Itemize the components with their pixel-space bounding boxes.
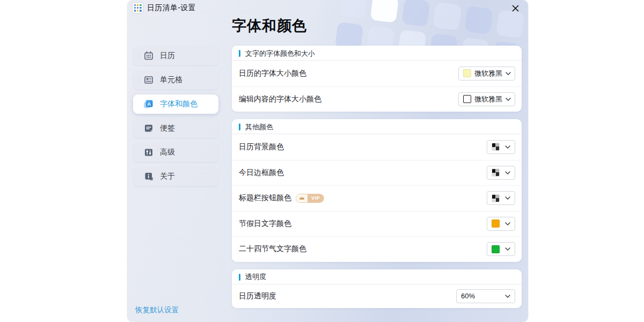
calendar-opacity-select[interactable]: 60% — [456, 289, 515, 303]
sidebar-item-font-and-color[interactable]: A 字体和颜色 — [133, 94, 218, 114]
section-text-font-color-size: 文字的字体颜色和大小 日历的字体大小颜色 微软雅黑 编辑内容的字体大小颜色 — [232, 46, 522, 112]
page-title: 字体和颜色 — [232, 16, 307, 35]
setting-label: 今日边框颜色 — [239, 168, 284, 178]
crown-icon — [296, 194, 308, 202]
cell-icon — [143, 75, 153, 85]
reset-defaults-link[interactable]: 恢复默认设置 — [135, 305, 179, 315]
chevron-down-icon — [506, 98, 511, 101]
chevron-down-icon — [505, 222, 510, 225]
select-value: 60% — [461, 292, 475, 300]
chevron-down-icon — [505, 171, 510, 174]
vip-badge-label: VIP — [308, 194, 324, 202]
section-header: 透明度 — [232, 269, 522, 284]
sidebar-item-label: 高级 — [160, 148, 175, 157]
holiday-text-color-select[interactable] — [487, 217, 515, 231]
setting-label-text: 标题栏按钮颜色 — [239, 193, 291, 203]
sidebar-item-advanced[interactable]: 高级 — [133, 143, 218, 162]
deco-tile — [339, 0, 367, 19]
deco-tile — [433, 2, 462, 31]
setting-label: 日历的字体大小颜色 — [239, 69, 306, 78]
select-value: 微软雅黑 — [474, 69, 502, 78]
section-header: 文字的字体颜色和大小 — [232, 46, 522, 61]
color-swatch — [463, 69, 471, 77]
select-value: 微软雅黑 — [474, 94, 502, 104]
color-swatch — [492, 219, 500, 228]
deco-tile — [370, 0, 399, 23]
solar-term-text-color-select[interactable] — [487, 242, 515, 256]
advanced-icon — [143, 148, 153, 158]
chevron-down-icon — [506, 72, 511, 75]
setting-label: 日历背景颜色 — [239, 142, 284, 152]
sidebar-item-notes[interactable]: 便签 — [133, 119, 218, 138]
sidebar-item-label: 关于 — [160, 172, 175, 181]
settings-content: 文字的字体颜色和大小 日历的字体大小颜色 微软雅黑 编辑内容的字体大小颜色 — [232, 46, 522, 308]
color-swatch — [492, 169, 500, 177]
close-button[interactable] — [508, 1, 522, 15]
color-swatch — [492, 245, 500, 253]
setting-row: 编辑内容的字体大小颜色 微软雅黑 — [232, 86, 522, 112]
section-title: 文字的字体颜色和大小 — [245, 49, 315, 58]
deco-tile — [401, 0, 430, 27]
app-logo-icon — [133, 3, 143, 13]
about-icon — [143, 172, 153, 182]
chevron-down-icon — [505, 145, 510, 149]
today-border-color-select[interactable] — [487, 166, 515, 180]
section-header: 其他颜色 — [232, 119, 522, 134]
section-title: 其他颜色 — [245, 122, 273, 132]
sidebar-item-calendar[interactable]: 日历 — [133, 46, 218, 65]
chevron-down-icon — [505, 295, 510, 298]
sidebar-item-cell[interactable]: 单元格 — [133, 70, 218, 90]
note-icon — [143, 123, 153, 134]
chevron-down-icon — [505, 247, 510, 251]
setting-row: 今日边框颜色 — [232, 160, 522, 186]
font-color-icon: A — [143, 99, 153, 109]
settings-window: 日历清单-设置 字体和颜色 — [127, 0, 528, 322]
setting-label: 标题栏按钮颜色 VIP — [239, 193, 324, 203]
sidebar-item-label: 单元格 — [160, 75, 182, 85]
section-transparency: 透明度 日历透明度 60% — [232, 269, 522, 308]
close-icon — [512, 5, 519, 12]
sidebar-item-label: 日历 — [160, 51, 175, 61]
titlebar: 日历清单-设置 — [133, 3, 196, 13]
setting-label: 二十四节气文字颜色 — [239, 244, 306, 254]
deco-tile — [464, 6, 493, 34]
vip-badge: VIP — [296, 194, 324, 203]
chevron-down-icon — [505, 196, 510, 200]
calendar-bg-color-select[interactable] — [487, 140, 515, 154]
section-title: 透明度 — [245, 272, 266, 282]
setting-row: 日历背景颜色 — [232, 134, 522, 160]
setting-label: 日历透明度 — [239, 291, 276, 301]
sidebar-item-about[interactable]: 关于 — [133, 167, 218, 186]
section-accent-bar — [239, 274, 240, 281]
window-title: 日历清单-设置 — [147, 3, 196, 13]
titlebar-button-color-select[interactable] — [487, 191, 515, 205]
setting-row: 标题栏按钮颜色 VIP — [232, 185, 522, 211]
setting-label: 编辑内容的字体大小颜色 — [239, 94, 321, 104]
calendar-font-select[interactable]: 微软雅黑 — [458, 67, 515, 80]
setting-row: 日历的字体大小颜色 微软雅黑 — [232, 61, 522, 86]
section-accent-bar — [239, 123, 240, 130]
setting-row: 节假日文字颜色 — [232, 211, 522, 237]
screen: 日历清单-设置 字体和颜色 — [0, 0, 644, 322]
color-swatch — [492, 143, 500, 151]
sidebar-item-label: 字体和颜色 — [160, 99, 197, 109]
setting-row: 日历透明度 60% — [232, 284, 522, 308]
svg-text:A: A — [148, 100, 151, 106]
calendar-icon — [143, 51, 153, 61]
sidebar-item-label: 便签 — [160, 123, 175, 133]
section-other-colors: 其他颜色 日历背景颜色 今日边框颜色 — [232, 119, 522, 262]
color-swatch — [492, 194, 500, 202]
editor-font-select[interactable]: 微软雅黑 — [458, 92, 515, 106]
setting-label: 节假日文字颜色 — [239, 219, 291, 229]
color-swatch — [463, 95, 471, 103]
setting-row: 二十四节气文字颜色 — [232, 236, 522, 262]
section-accent-bar — [239, 50, 240, 57]
sidebar: 日历 单元格 — [133, 46, 218, 186]
